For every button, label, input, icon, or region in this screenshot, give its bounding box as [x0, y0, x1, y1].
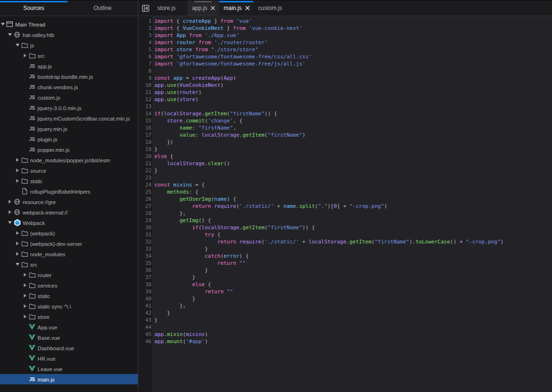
tree-item-bootstrap.bundle.min.js[interactable]: JSbootstrap.bundle.min.js [0, 71, 138, 82]
tab-sources[interactable]: Sources [0, 0, 67, 16]
line-number[interactable]: 39 [138, 288, 152, 295]
tree-item-resource-gre[interactable]: resource://gre [0, 196, 138, 207]
collapsed-arrow-icon[interactable] [15, 238, 19, 249]
expanded-arrow-icon[interactable] [15, 259, 19, 270]
line-number[interactable]: 2 [138, 25, 152, 32]
tree-item-node-modules-popper.js-dist-esm[interactable]: node_modules/popper.js/dist/esm [0, 155, 138, 165]
tree-item--webpack-[interactable]: (webpack) [0, 228, 138, 238]
close-tab-icon[interactable] [245, 5, 250, 11]
line-number[interactable]: 7 [138, 60, 152, 67]
line-number[interactable]: 37 [138, 274, 152, 281]
line-number[interactable]: 32 [138, 238, 152, 245]
line-number[interactable]: 38 [138, 281, 152, 288]
line-number[interactable]: 23 [138, 174, 152, 181]
tree-item--webpack-dev-server[interactable]: (webpack)-dev-server [0, 238, 138, 249]
tree-item-src[interactable]: src [0, 259, 138, 270]
source-tab-app-js[interactable]: app.js [187, 0, 219, 16]
line-number[interactable]: 24 [138, 181, 152, 188]
tree-item-main.js[interactable]: JSmain.js [0, 374, 138, 384]
close-tab-icon[interactable] [210, 5, 216, 11]
expanded-arrow-icon[interactable] [8, 29, 12, 40]
collapsed-arrow-icon[interactable] [8, 196, 12, 207]
tree-item-hr.vue[interactable]: HR.vue [0, 353, 138, 364]
line-number[interactable]: 27 [138, 203, 152, 210]
line-number[interactable]: 8 [138, 67, 152, 75]
line-number[interactable]: 14 [138, 110, 152, 117]
tree-item-custom.js[interactable]: JScustom.js [0, 92, 138, 103]
line-number[interactable]: 20 [138, 153, 152, 160]
tree-item-js[interactable]: js [0, 40, 138, 50]
line-number[interactable]: 15 [138, 117, 152, 124]
tree-item-popper.min.js[interactable]: JSpopper.min.js [0, 144, 138, 155]
tree-item-jquery.mcustomscrollbar.concat.min.js[interactable]: JSjquery.mCustomScrollbar.concat.min.js [0, 113, 138, 123]
collapse-sidebar-button[interactable] [138, 0, 152, 16]
line-number[interactable]: 5 [138, 46, 152, 53]
tree-item-hat-valley.htb[interactable]: hat-valley.htb [0, 29, 138, 40]
line-number[interactable]: 10 [138, 82, 152, 89]
line-number[interactable]: 1 [138, 18, 152, 25]
tree-item-main-thread[interactable]: Main Thread [0, 19, 138, 29]
line-number[interactable]: 13 [138, 103, 152, 110]
line-number[interactable]: 4 [138, 39, 152, 46]
expanded-arrow-icon[interactable] [15, 40, 19, 50]
tree-item-dashboard.vue[interactable]: Dashboard.vue [0, 343, 138, 353]
collapsed-arrow-icon[interactable] [23, 311, 27, 322]
line-number[interactable]: 21 [138, 160, 152, 167]
tree-item-static-sync-.-[interactable]: static sync ^\.\ [0, 301, 138, 311]
source-tab-main-js[interactable]: main.js [219, 0, 254, 16]
collapsed-arrow-icon[interactable] [15, 249, 19, 259]
tab-outline[interactable]: Outline [67, 0, 138, 16]
tree-item-leave.vue[interactable]: Leave.vue [0, 364, 138, 374]
tree-item-chunk-vendors.js[interactable]: JSchunk-vendors.js [0, 82, 138, 92]
line-number[interactable]: 22 [138, 167, 152, 174]
tree-item-rolluppluginbabelhelpers[interactable]: rollupPluginBabelHelpers [0, 186, 138, 196]
line-number[interactable]: 12 [138, 96, 152, 103]
tree-item-app.js[interactable]: JSapp.js [0, 61, 138, 71]
line-number[interactable]: 6 [138, 53, 152, 60]
collapsed-arrow-icon[interactable] [23, 280, 27, 290]
line-number[interactable]: 25 [138, 188, 152, 196]
collapsed-arrow-icon[interactable] [15, 155, 19, 165]
tree-item-jquery-3.0.0.min.js[interactable]: JSjquery-3.0.0.min.js [0, 103, 138, 113]
source-tab-custom-js[interactable]: custom.js [253, 0, 294, 16]
tree-item-jquery.min.js[interactable]: JSjquery.min.js [0, 123, 138, 134]
line-number[interactable]: 29 [138, 217, 152, 224]
line-number[interactable]: 35 [138, 260, 152, 267]
tree-item-app.vue[interactable]: App.vue [0, 322, 138, 332]
line-number[interactable]: 26 [138, 196, 152, 203]
tree-item-services[interactable]: services [0, 280, 138, 290]
tree-item-plugin.js[interactable]: JSplugin.js [0, 134, 138, 144]
line-number[interactable]: 28 [138, 210, 152, 217]
tree-item-webpack-internal-[interactable]: webpack-internal:// [0, 207, 138, 217]
line-number[interactable]: 42 [138, 309, 152, 317]
collapsed-arrow-icon[interactable] [15, 228, 19, 238]
line-number[interactable]: 11 [138, 89, 152, 96]
collapsed-arrow-icon[interactable] [23, 270, 27, 280]
tree-item-static[interactable]: static [0, 290, 138, 301]
line-number[interactable]: 31 [138, 231, 152, 238]
tree-item-static[interactable]: static [0, 176, 138, 186]
line-number[interactable]: 19 [138, 146, 152, 153]
line-number[interactable]: 34 [138, 252, 152, 260]
collapsed-arrow-icon[interactable] [8, 207, 12, 217]
line-number[interactable]: 41 [138, 302, 152, 309]
line-number[interactable]: 40 [138, 295, 152, 302]
collapsed-arrow-icon[interactable] [15, 176, 19, 186]
line-number[interactable]: 45 [138, 331, 152, 338]
tree-item-store[interactable]: store [0, 311, 138, 322]
line-number[interactable]: 16 [138, 124, 152, 131]
line-number[interactable]: 33 [138, 245, 152, 252]
tree-item-src[interactable]: src [0, 50, 138, 61]
expanded-arrow-icon[interactable] [8, 217, 12, 228]
line-number[interactable]: 43 [138, 317, 152, 324]
line-number[interactable]: 36 [138, 267, 152, 274]
tree-item-base.vue[interactable]: Base.vue [0, 332, 138, 343]
line-number[interactable]: 18 [138, 139, 152, 146]
source-code[interactable]: import { createApp } from 'vue'import { … [153, 16, 552, 392]
tree-item-router[interactable]: router [0, 270, 138, 280]
collapsed-arrow-icon[interactable] [23, 50, 27, 61]
line-number[interactable]: 17 [138, 131, 152, 139]
source-tab-store-js[interactable]: store.js [152, 0, 187, 16]
collapsed-arrow-icon[interactable] [23, 301, 27, 311]
collapsed-arrow-icon[interactable] [23, 290, 27, 301]
